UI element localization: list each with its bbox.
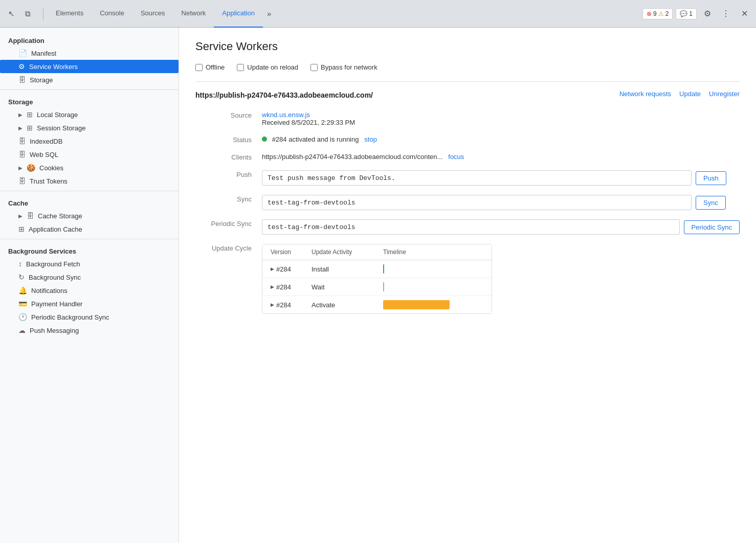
- periodic-sync-input[interactable]: [262, 219, 680, 235]
- sidebar-item-push-messaging[interactable]: ☁ Push Messaging: [0, 324, 179, 337]
- source-link[interactable]: wknd.us.ensw.js: [262, 111, 310, 119]
- network-requests-link[interactable]: Network requests: [619, 90, 671, 98]
- sidebar-item-manifest[interactable]: 📄 Manifest: [0, 47, 179, 60]
- status-dot: [262, 137, 267, 142]
- status-row: Status #284 activated and is running sto…: [195, 135, 740, 144]
- sidebar-label-service-workers: Service Workers: [29, 63, 78, 71]
- sidebar-item-bg-fetch[interactable]: ↕ Background Fetch: [0, 257, 179, 270]
- sync-button[interactable]: Sync: [696, 196, 726, 210]
- sidebar-item-cookies[interactable]: ▶ 🍪 Cookies: [0, 161, 179, 174]
- notifications-icon: 🔔: [18, 286, 27, 295]
- push-label: Push: [195, 170, 252, 178]
- storage-app-icon: 🗄: [18, 76, 26, 84]
- sidebar-item-indexeddb[interactable]: 🗄 IndexedDB: [0, 134, 179, 148]
- update-on-reload-checkbox-label[interactable]: Update on reload: [237, 63, 298, 71]
- stop-link[interactable]: stop: [364, 135, 377, 143]
- sidebar-item-application-cache[interactable]: ⊞ Application Cache: [0, 222, 179, 236]
- uc-version-install[interactable]: ▶ #284: [271, 265, 312, 273]
- bypass-checkbox[interactable]: [310, 64, 318, 71]
- sidebar-label-cache-storage: Cache Storage: [38, 212, 82, 220]
- sidebar-label-bg-sync: Background Sync: [29, 274, 81, 281]
- cache-storage-arrow: ▶: [18, 213, 23, 219]
- bg-fetch-icon: ↕: [18, 260, 22, 268]
- sidebar-item-websql[interactable]: 🗄 Web SQL: [0, 148, 179, 161]
- sidebar-label-cookies: Cookies: [39, 164, 63, 172]
- uc-activity-activate: Activate: [312, 301, 383, 309]
- sync-label: Sync: [195, 195, 252, 203]
- cookies-arrow: ▶: [18, 165, 23, 171]
- sidebar-label-session-storage: Session Storage: [37, 124, 85, 132]
- error-badge[interactable]: ⊗ 9 ⚠ 2: [642, 8, 673, 19]
- uc-row-wait: ▶ #284 Wait: [262, 278, 492, 296]
- sidebar-item-notifications[interactable]: 🔔 Notifications: [0, 284, 179, 297]
- uc-version-activate-val: #284: [276, 301, 291, 309]
- more-options-button[interactable]: ⋮: [718, 6, 733, 21]
- sidebar-item-bg-sync[interactable]: ↻ Background Sync: [0, 270, 179, 284]
- timeline-bar-wait: [383, 282, 384, 291]
- offline-label: Offline: [206, 63, 225, 71]
- push-messaging-icon: ☁: [18, 326, 26, 334]
- update-link[interactable]: Update: [679, 90, 701, 98]
- sidebar-label-storage-app: Storage: [30, 76, 53, 84]
- offline-checkbox[interactable]: [195, 64, 203, 71]
- tab-console[interactable]: Console: [92, 0, 132, 28]
- sidebar-item-service-workers[interactable]: ⚙ Service Workers: [0, 60, 179, 73]
- uc-arrow-wait: ▶: [271, 284, 274, 289]
- info-badge[interactable]: 💬 1: [676, 8, 697, 19]
- sidebar-item-local-storage[interactable]: ▶ ⊞ Local Storage: [0, 108, 179, 121]
- unregister-link[interactable]: Unregister: [709, 90, 740, 98]
- uc-version-activate[interactable]: ▶ #284: [271, 301, 312, 309]
- sidebar-label-websql: Web SQL: [30, 151, 58, 159]
- uc-version-wait[interactable]: ▶ #284: [271, 283, 312, 291]
- bg-sync-icon: ↻: [18, 273, 25, 281]
- settings-button[interactable]: ⚙: [700, 6, 715, 21]
- push-button[interactable]: Push: [696, 171, 726, 185]
- push-input[interactable]: [262, 170, 692, 186]
- sidebar-item-payment-handler[interactable]: 💳 Payment Handler: [0, 297, 179, 310]
- sidebar-section-application: Application: [0, 32, 179, 47]
- bypass-checkbox-label[interactable]: Bypass for network: [310, 63, 377, 71]
- sidebar-item-session-storage[interactable]: ▶ ⊞ Session Storage: [0, 121, 179, 134]
- toolbar: ↖ ⧉ Elements Console Sources Network App…: [0, 0, 756, 28]
- sidebar-item-trust-tokens[interactable]: 🗄 Trust Tokens: [0, 174, 179, 188]
- uc-timeline-wait: [383, 282, 483, 291]
- sidebar-item-periodic-bg-sync[interactable]: 🕐 Periodic Background Sync: [0, 310, 179, 324]
- cache-storage-icon: 🗄: [27, 212, 34, 220]
- sidebar-label-notifications: Notifications: [31, 287, 68, 295]
- device-icon[interactable]: ⧉: [20, 7, 35, 21]
- sidebar-label-trust-tokens: Trust Tokens: [30, 177, 68, 185]
- cookies-icon: 🍪: [27, 164, 35, 172]
- application-cache-icon: ⊞: [18, 225, 25, 233]
- periodic-sync-label: Periodic Sync: [195, 219, 252, 228]
- offline-checkbox-label[interactable]: Offline: [195, 63, 225, 71]
- cursor-icon[interactable]: ↖: [4, 7, 18, 21]
- sw-entry: https://publish-p24704-e76433.adobeaemcl…: [195, 90, 740, 314]
- close-button[interactable]: ✕: [737, 6, 752, 21]
- toolbar-separator: [43, 8, 43, 20]
- sidebar-item-storage-app[interactable]: 🗄 Storage: [0, 73, 179, 86]
- tab-elements[interactable]: Elements: [48, 0, 92, 28]
- checkbox-row: Offline Update on reload Bypass for netw…: [195, 63, 740, 71]
- sidebar-item-cache-storage[interactable]: ▶ 🗄 Cache Storage: [0, 209, 179, 222]
- main-layout: Application 📄 Manifest ⚙ Service Workers…: [0, 28, 756, 543]
- uc-col-timeline: Timeline: [383, 248, 483, 256]
- periodic-sync-button[interactable]: Periodic Sync: [684, 220, 740, 234]
- sidebar: Application 📄 Manifest ⚙ Service Workers…: [0, 28, 179, 543]
- tab-application[interactable]: Application: [214, 0, 263, 28]
- clients-label: Clients: [195, 153, 252, 161]
- info-icon: 💬: [680, 10, 687, 17]
- more-tabs-button[interactable]: »: [263, 0, 275, 28]
- tab-network[interactable]: Network: [173, 0, 214, 28]
- sidebar-label-payment-handler: Payment Handler: [31, 300, 82, 308]
- received-value: Received 8/5/2021, 2:29:33 PM: [262, 119, 355, 126]
- sync-input[interactable]: [262, 195, 692, 210]
- update-on-reload-checkbox[interactable]: [237, 64, 244, 71]
- focus-link[interactable]: focus: [448, 153, 464, 161]
- manifest-icon: 📄: [18, 49, 27, 57]
- sidebar-label-application-cache: Application Cache: [29, 225, 82, 233]
- sw-url-row: https://publish-p24704-e76433.adobeaemcl…: [195, 90, 740, 101]
- divider-line: [195, 81, 740, 82]
- uc-header: Version Update Activity Timeline: [262, 244, 492, 260]
- tab-sources[interactable]: Sources: [132, 0, 173, 28]
- sync-row: Sync Sync: [195, 195, 740, 210]
